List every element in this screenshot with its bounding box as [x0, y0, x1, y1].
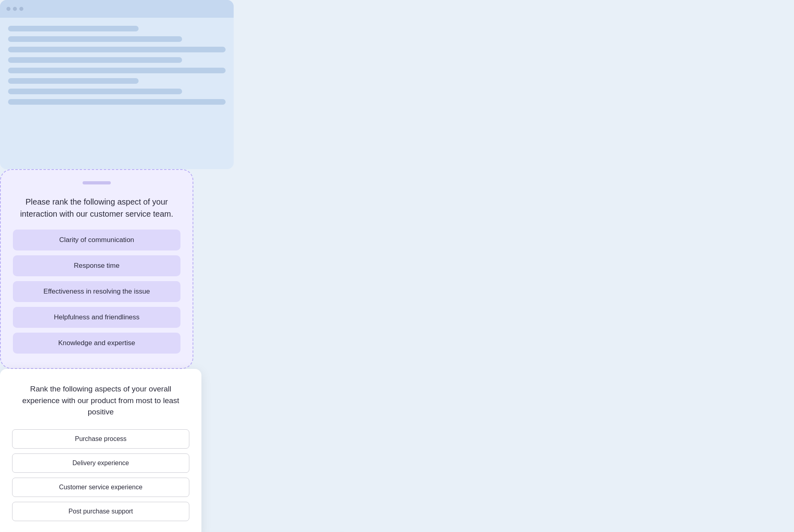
phone-question-text: Please rank the following aspect of your…	[13, 196, 180, 220]
browser-background-card	[0, 0, 234, 169]
rank-option-delivery[interactable]: Delivery experience	[12, 453, 189, 473]
phone-option-helpfulness[interactable]: Helpfulness and friendliness	[13, 307, 180, 328]
browser-line-4	[8, 57, 182, 63]
phone-option-response[interactable]: Response time	[13, 255, 180, 276]
browser-content	[0, 18, 234, 113]
phone-option-effectiveness[interactable]: Effectiveness in resolving the issue	[13, 281, 180, 302]
phone-notch	[83, 181, 111, 184]
phone-card: Please rank the following aspect of your…	[0, 169, 193, 369]
browser-dot-2	[13, 7, 17, 11]
rank-question-text: Rank the following aspects of your overa…	[12, 383, 189, 418]
phone-option-knowledge[interactable]: Knowledge and expertise	[13, 333, 180, 354]
browser-line-6	[8, 78, 139, 84]
browser-bar	[0, 0, 234, 18]
rank-card: Rank the following aspects of your overa…	[0, 369, 201, 532]
rank-option-purchase[interactable]: Purchase process	[12, 429, 189, 449]
rank-option-service[interactable]: Customer service experience	[12, 478, 189, 497]
browser-dot-3	[19, 7, 23, 11]
browser-line-8	[8, 99, 226, 105]
phone-option-clarity[interactable]: Clarity of communication	[13, 230, 180, 250]
browser-line-3	[8, 47, 226, 52]
browser-line-2	[8, 36, 182, 42]
rank-option-support[interactable]: Post purchase support	[12, 502, 189, 521]
browser-line-5	[8, 68, 226, 73]
browser-line-1	[8, 26, 139, 31]
browser-line-7	[8, 89, 182, 94]
browser-dot-1	[6, 7, 10, 11]
